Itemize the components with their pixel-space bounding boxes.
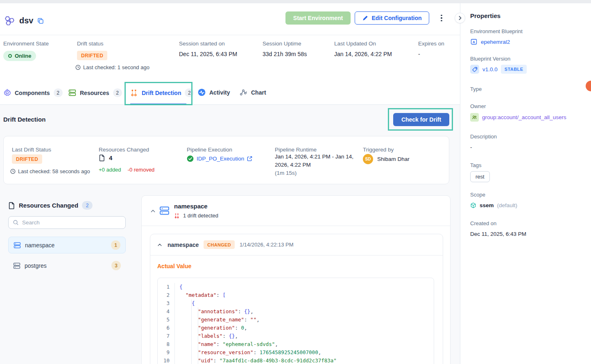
- users-group-icon: [470, 113, 479, 122]
- resource-detail-card: namespace 1 drift detected namespace CHA…: [141, 195, 451, 364]
- tab-bar: Components 2 Resources 2 Drift Detection…: [0, 82, 460, 105]
- edit-configuration-button[interactable]: Edit Configuration: [355, 11, 429, 25]
- expires-on-value: -: [418, 51, 420, 57]
- scope-value: ssem (default): [470, 202, 517, 208]
- properties-sidebar: Properties Environment Blueprint A epehe…: [460, 3, 591, 364]
- owner-value: group:account/_account_all_users: [470, 113, 566, 122]
- tab-resources[interactable]: Resources 2: [68, 88, 122, 97]
- scope-label: Scope: [470, 192, 485, 198]
- drift-count-badge: 3: [111, 261, 121, 270]
- tag-chip[interactable]: rest: [470, 171, 490, 182]
- runtime-line1: Jan 14, 2026, 4:21 PM - Jan 14,: [275, 154, 353, 160]
- cube-icon: [470, 202, 476, 208]
- resource-item-namespace[interactable]: namespace 1: [8, 237, 126, 253]
- resources-changed-header: Resources Changed 2: [8, 201, 93, 210]
- tab-drift-detection[interactable]: Drift Detection 2: [130, 88, 194, 97]
- drift-compare-icon: [130, 89, 138, 97]
- chevron-up-icon[interactable]: [150, 208, 156, 214]
- resource-item-postgres[interactable]: postgres 3: [8, 257, 126, 274]
- triggered-by-label: Triggered by: [363, 147, 394, 153]
- stable-badge: STABLE: [501, 65, 527, 74]
- tags-label: Tags: [470, 162, 481, 168]
- search-input[interactable]: [22, 219, 121, 226]
- resource-search: [8, 216, 126, 229]
- tab-badge: 2: [185, 88, 194, 97]
- page-title: dsv: [19, 16, 33, 25]
- drift-summary-card: Last Drift Status DRIFTED Last checked: …: [3, 136, 449, 184]
- resource-detail-header: namespace 1 drift detected: [142, 196, 450, 226]
- clock-icon: [75, 65, 81, 70]
- runtime-line2: 2026, 4:22 PM: [275, 162, 311, 168]
- file-icon: [99, 154, 105, 161]
- start-environment-button[interactable]: Start Environment: [285, 11, 351, 25]
- tab-badge: 2: [54, 88, 63, 97]
- environment-stats: Environment State Online Drift status DR…: [0, 35, 460, 82]
- code-lines: 1{2 "metadata": [3 {4 "annotations": {},…: [158, 283, 434, 364]
- session-uptime-value: 33d 21h 39m 58s: [263, 51, 307, 57]
- changed-badge: CHANGED: [204, 240, 235, 249]
- code-line: 6 "generation": 0,: [158, 324, 434, 332]
- created-on-value: Dec 11, 2025, 6:43 PM: [470, 231, 526, 237]
- drift-status-badge: DRIFTED: [77, 51, 107, 60]
- drift-section-heading: Drift Detection: [3, 116, 45, 123]
- file-icon: [8, 202, 15, 209]
- summary-last-checked: Last checked: 58 seconds ago: [10, 168, 90, 174]
- last-updated-value: Jan 14, 2026, 4:22 PM: [334, 51, 392, 57]
- environment-logo-icon: [4, 16, 15, 26]
- resources-changed-count: 4: [99, 154, 112, 161]
- code-line: 4 "annotations": {},: [158, 307, 434, 316]
- gear-icon: [3, 89, 11, 97]
- environment-state-label: Environment State: [3, 41, 49, 47]
- last-drift-status-badge: DRIFTED: [12, 154, 42, 164]
- online-status-badge: Online: [3, 51, 36, 61]
- tab-components[interactable]: Components 2: [3, 88, 63, 97]
- change-card: namespace CHANGED 1/14/2026, 4:22:13 PM …: [150, 234, 443, 364]
- description-label: Description: [470, 133, 497, 140]
- created-on-label: Created on: [470, 220, 496, 226]
- added-removed: +0 added -0 removed: [99, 167, 154, 173]
- code-line: 1{: [158, 283, 434, 291]
- layers-icon: [68, 89, 76, 97]
- chevron-up-icon[interactable]: [157, 242, 163, 248]
- tab-chart[interactable]: Chart: [240, 88, 266, 96]
- triggered-by-user: SD Shibam Dhar: [363, 154, 410, 164]
- copy-icon[interactable]: [37, 18, 44, 24]
- drift-last-checked: Last checked: 1 second ago: [75, 64, 149, 70]
- code-viewer[interactable]: 1{2 "metadata": [3 {4 "annotations": {},…: [157, 278, 434, 364]
- chevron-right-icon: [457, 16, 462, 20]
- indent-guide: [198, 307, 198, 364]
- change-resource-name: namespace: [168, 242, 199, 248]
- pipeline-runtime-label: Pipeline Runtime: [275, 147, 317, 153]
- description-value: -: [470, 144, 472, 150]
- clock-icon: [10, 169, 16, 174]
- avatar: SD: [363, 154, 373, 164]
- layers-icon: [13, 262, 20, 269]
- check-for-drift-button[interactable]: Check for Drift: [393, 113, 449, 126]
- code-line: 10 "uid": "7aa4fd1c-dad8-49b3-8cdc-91dd2…: [158, 357, 434, 364]
- properties-title: Properties: [470, 12, 500, 19]
- pipeline-execution-link[interactable]: IDP_PO_Execution: [187, 155, 252, 162]
- app-root: dsv Start Environment Edit Configuration…: [0, 0, 591, 364]
- pipeline-execution-label: Pipeline Execution: [187, 147, 232, 153]
- tab-activity[interactable]: Activity: [198, 88, 230, 96]
- runtime-duration: (1m 15s): [275, 170, 297, 176]
- blueprint-label: Environment Blueprint: [470, 28, 523, 34]
- version-value: v1.0.0 STABLE: [470, 65, 527, 74]
- change-timestamp: 1/14/2026, 4:22:13 PM: [240, 242, 294, 248]
- search-icon: [13, 219, 19, 226]
- indent-guide: [191, 299, 192, 364]
- layers-icon: [14, 242, 21, 249]
- actual-value-label: Actual Value: [157, 263, 191, 269]
- activity-icon: [198, 88, 206, 96]
- owner-label: Owner: [470, 103, 486, 109]
- brand: dsv: [4, 16, 44, 26]
- last-drift-status-label: Last Drift Status: [12, 147, 51, 153]
- header: dsv Start Environment Edit Configuration: [0, 3, 460, 35]
- session-started-value: Dec 11, 2025, 6:43 PM: [179, 51, 237, 57]
- collapse-sidebar-button[interactable]: [455, 13, 465, 23]
- pencil-icon: [362, 15, 368, 21]
- change-card-header: namespace CHANGED 1/14/2026, 4:22:13 PM: [150, 234, 443, 255]
- resources-count-badge: 2: [82, 201, 93, 210]
- blueprint-icon: A: [470, 38, 478, 45]
- more-options-button[interactable]: [437, 12, 446, 24]
